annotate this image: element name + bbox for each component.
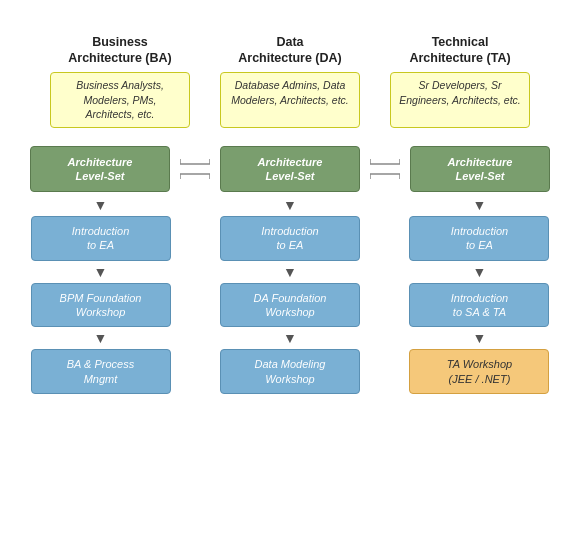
col-header-ba: Business Architecture (BA) [35,32,205,68]
audience-box-da: Database Admins, Data Modelers, Architec… [220,72,360,128]
arch-box-da: Architecture Level-Set [220,146,360,193]
course-box-ta-1: Introduction to SA & TA [409,283,549,328]
arrow-ba-0: ▼ [92,196,110,214]
arrow-ba-1: ▼ [92,263,110,281]
audience-box-ta: Sr Developers, Sr Engineers, Architects,… [390,72,530,128]
course-box-ba-2: BA & Process Mngmt [31,349,171,394]
audience-box-ba: Business Analysts, Modelers, PMs, Archit… [50,72,190,128]
arrow-da-2: ▼ [281,329,299,347]
arrow-ba-2: ▼ [92,329,110,347]
course-box-ba-0: Introduction to EA [31,216,171,261]
arch-box-ba: Architecture Level-Set [30,146,170,193]
course-box-da-1: DA Foundation Workshop [220,283,360,328]
arrow-ta-2: ▼ [470,329,488,347]
arch-connector [370,144,400,194]
arrow-da-1: ▼ [281,263,299,281]
course-box-ba-1: BPM Foundation Workshop [31,283,171,328]
course-box-ta-0: Introduction to EA [409,216,549,261]
arrow-da-0: ▼ [281,196,299,214]
col-header-ta: Technical Architecture (TA) [375,32,545,68]
arch-box-ta: Architecture Level-Set [410,146,550,193]
course-box-da-2: Data Modeling Workshop [220,349,360,394]
course-box-da-0: Introduction to EA [220,216,360,261]
course-box-ta-2: TA Workshop (JEE / .NET) [409,349,549,394]
col-header-da: Data Architecture (DA) [205,32,375,68]
arrow-ta-0: ▼ [470,196,488,214]
page: Business Architecture (BA)Data Architect… [0,0,580,550]
arrow-ta-1: ▼ [470,263,488,281]
arch-connector [180,144,210,194]
